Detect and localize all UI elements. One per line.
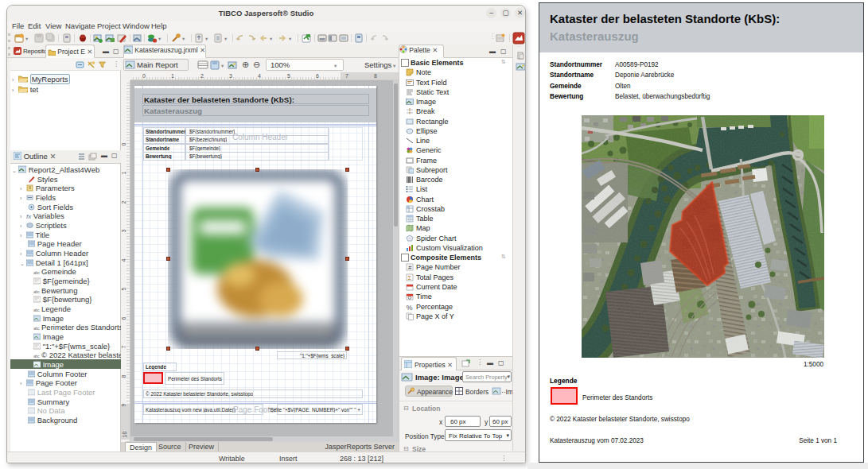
svg-text:Σ: Σ — [408, 274, 412, 281]
svg-text:%: % — [407, 303, 413, 311]
svg-text:#: # — [408, 264, 412, 271]
